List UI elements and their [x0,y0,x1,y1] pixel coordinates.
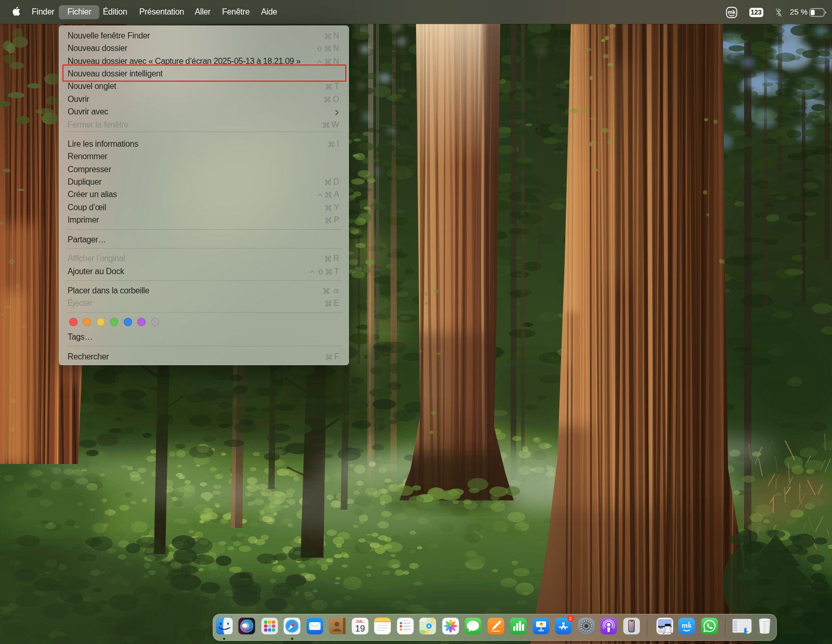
svg-text:mk: mk [682,622,692,629]
svg-text:mk: mk [727,9,735,15]
svg-text:19: 19 [355,624,365,634]
svg-text:JUIL.: JUIL. [356,620,364,623]
